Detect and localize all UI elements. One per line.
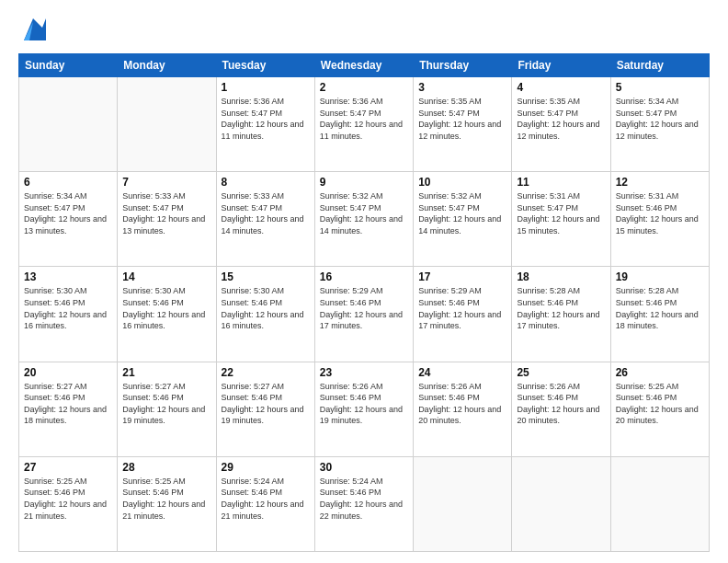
calendar-day-cell: 25Sunrise: 5:26 AM Sunset: 5:46 PM Dayli…: [512, 362, 610, 456]
day-info: Sunrise: 5:26 AM Sunset: 5:46 PM Dayligh…: [517, 381, 605, 427]
day-number: 3: [418, 81, 506, 94]
calendar-day-cell: 18Sunrise: 5:28 AM Sunset: 5:46 PM Dayli…: [512, 267, 610, 362]
day-number: 6: [24, 176, 112, 189]
calendar-week-row: 1Sunrise: 5:36 AM Sunset: 5:47 PM Daylig…: [19, 77, 710, 172]
day-number: 1: [222, 81, 310, 94]
calendar-day-cell: [19, 77, 118, 172]
day-info: Sunrise: 5:27 AM Sunset: 5:46 PM Dayligh…: [122, 381, 210, 427]
day-info: Sunrise: 5:33 AM Sunset: 5:47 PM Dayligh…: [122, 190, 210, 236]
logo: [18, 15, 46, 44]
day-number: 20: [24, 366, 112, 379]
day-info: Sunrise: 5:31 AM Sunset: 5:46 PM Dayligh…: [616, 190, 704, 236]
day-number: 26: [616, 366, 704, 379]
calendar-day-cell: 13Sunrise: 5:30 AM Sunset: 5:46 PM Dayli…: [19, 267, 118, 362]
calendar-day-cell: 12Sunrise: 5:31 AM Sunset: 5:46 PM Dayli…: [610, 172, 709, 267]
day-info: Sunrise: 5:36 AM Sunset: 5:47 PM Dayligh…: [222, 96, 310, 142]
day-number: 2: [320, 81, 408, 94]
day-info: Sunrise: 5:25 AM Sunset: 5:46 PM Dayligh…: [122, 476, 210, 522]
calendar-day-header: Tuesday: [216, 54, 314, 77]
calendar-day-cell: 21Sunrise: 5:27 AM Sunset: 5:46 PM Dayli…: [118, 362, 216, 456]
calendar-day-cell: 14Sunrise: 5:30 AM Sunset: 5:46 PM Dayli…: [118, 267, 216, 362]
day-info: Sunrise: 5:32 AM Sunset: 5:47 PM Dayligh…: [418, 190, 506, 236]
day-number: 23: [320, 366, 408, 379]
day-number: 24: [418, 366, 506, 379]
day-info: Sunrise: 5:36 AM Sunset: 5:47 PM Dayligh…: [320, 96, 408, 142]
calendar-day-cell: 2Sunrise: 5:36 AM Sunset: 5:47 PM Daylig…: [314, 77, 413, 172]
day-number: 29: [222, 461, 310, 474]
day-info: Sunrise: 5:35 AM Sunset: 5:47 PM Dayligh…: [517, 96, 605, 142]
day-number: 12: [616, 176, 704, 189]
day-info: Sunrise: 5:28 AM Sunset: 5:46 PM Dayligh…: [616, 285, 704, 331]
day-info: Sunrise: 5:33 AM Sunset: 5:47 PM Dayligh…: [222, 190, 310, 236]
day-number: 19: [616, 270, 704, 283]
day-number: 21: [122, 366, 210, 379]
day-number: 30: [320, 461, 408, 474]
day-number: 25: [517, 366, 605, 379]
calendar-day-header: Thursday: [414, 54, 512, 77]
calendar-day-cell: 28Sunrise: 5:25 AM Sunset: 5:46 PM Dayli…: [118, 456, 216, 551]
day-number: 18: [517, 270, 605, 283]
day-number: 16: [320, 270, 408, 283]
calendar-day-cell: [414, 456, 512, 551]
day-number: 9: [320, 176, 408, 189]
calendar-day-cell: 26Sunrise: 5:25 AM Sunset: 5:46 PM Dayli…: [610, 362, 709, 456]
calendar-day-cell: 1Sunrise: 5:36 AM Sunset: 5:47 PM Daylig…: [216, 77, 314, 172]
calendar-week-row: 6Sunrise: 5:34 AM Sunset: 5:47 PM Daylig…: [19, 172, 710, 267]
calendar-week-row: 27Sunrise: 5:25 AM Sunset: 5:46 PM Dayli…: [19, 456, 710, 551]
calendar-day-cell: 6Sunrise: 5:34 AM Sunset: 5:47 PM Daylig…: [19, 172, 118, 267]
calendar-table: SundayMondayTuesdayWednesdayThursdayFrid…: [18, 53, 710, 552]
calendar-day-cell: [610, 456, 709, 551]
day-info: Sunrise: 5:30 AM Sunset: 5:46 PM Dayligh…: [122, 285, 210, 331]
calendar-day-cell: 29Sunrise: 5:24 AM Sunset: 5:46 PM Dayli…: [216, 456, 314, 551]
day-number: 15: [222, 270, 310, 283]
day-number: 10: [418, 176, 506, 189]
calendar-day-header: Wednesday: [314, 54, 413, 77]
page-header: [18, 15, 710, 44]
day-info: Sunrise: 5:30 AM Sunset: 5:46 PM Dayligh…: [222, 285, 310, 331]
day-info: Sunrise: 5:25 AM Sunset: 5:46 PM Dayligh…: [616, 381, 704, 427]
day-number: 28: [122, 461, 210, 474]
calendar-day-cell: [512, 456, 610, 551]
day-info: Sunrise: 5:35 AM Sunset: 5:47 PM Dayligh…: [418, 96, 506, 142]
day-number: 13: [24, 270, 112, 283]
calendar-day-header: Friday: [512, 54, 610, 77]
calendar-day-cell: 27Sunrise: 5:25 AM Sunset: 5:46 PM Dayli…: [19, 456, 118, 551]
day-info: Sunrise: 5:31 AM Sunset: 5:47 PM Dayligh…: [517, 190, 605, 236]
calendar-day-cell: 23Sunrise: 5:26 AM Sunset: 5:46 PM Dayli…: [314, 362, 413, 456]
calendar-day-cell: 15Sunrise: 5:30 AM Sunset: 5:46 PM Dayli…: [216, 267, 314, 362]
calendar-day-header: Sunday: [19, 54, 118, 77]
day-info: Sunrise: 5:26 AM Sunset: 5:46 PM Dayligh…: [418, 381, 506, 427]
day-number: 8: [222, 176, 310, 189]
day-info: Sunrise: 5:29 AM Sunset: 5:46 PM Dayligh…: [418, 285, 506, 331]
calendar-day-cell: 9Sunrise: 5:32 AM Sunset: 5:47 PM Daylig…: [314, 172, 413, 267]
calendar-week-row: 20Sunrise: 5:27 AM Sunset: 5:46 PM Dayli…: [19, 362, 710, 456]
calendar-day-cell: 3Sunrise: 5:35 AM Sunset: 5:47 PM Daylig…: [414, 77, 512, 172]
calendar-day-cell: [118, 77, 216, 172]
day-info: Sunrise: 5:26 AM Sunset: 5:46 PM Dayligh…: [320, 381, 408, 427]
calendar-day-cell: 17Sunrise: 5:29 AM Sunset: 5:46 PM Dayli…: [414, 267, 512, 362]
calendar-day-header: Saturday: [610, 54, 709, 77]
calendar-day-cell: 20Sunrise: 5:27 AM Sunset: 5:46 PM Dayli…: [19, 362, 118, 456]
logo-icon: [20, 15, 46, 44]
day-number: 27: [24, 461, 112, 474]
calendar-day-cell: 30Sunrise: 5:24 AM Sunset: 5:46 PM Dayli…: [314, 456, 413, 551]
day-info: Sunrise: 5:32 AM Sunset: 5:47 PM Dayligh…: [320, 190, 408, 236]
day-number: 7: [122, 176, 210, 189]
day-number: 22: [222, 366, 310, 379]
calendar-header-row: SundayMondayTuesdayWednesdayThursdayFrid…: [19, 54, 710, 77]
calendar-day-cell: 22Sunrise: 5:27 AM Sunset: 5:46 PM Dayli…: [216, 362, 314, 456]
day-info: Sunrise: 5:29 AM Sunset: 5:46 PM Dayligh…: [320, 285, 408, 331]
day-info: Sunrise: 5:34 AM Sunset: 5:47 PM Dayligh…: [616, 96, 704, 142]
day-number: 11: [517, 176, 605, 189]
day-info: Sunrise: 5:34 AM Sunset: 5:47 PM Dayligh…: [24, 190, 112, 236]
day-number: 14: [122, 270, 210, 283]
calendar-day-cell: 7Sunrise: 5:33 AM Sunset: 5:47 PM Daylig…: [118, 172, 216, 267]
day-info: Sunrise: 5:30 AM Sunset: 5:46 PM Dayligh…: [24, 285, 112, 331]
calendar-day-cell: 5Sunrise: 5:34 AM Sunset: 5:47 PM Daylig…: [610, 77, 709, 172]
day-number: 17: [418, 270, 506, 283]
calendar-week-row: 13Sunrise: 5:30 AM Sunset: 5:46 PM Dayli…: [19, 267, 710, 362]
calendar-day-cell: 8Sunrise: 5:33 AM Sunset: 5:47 PM Daylig…: [216, 172, 314, 267]
calendar-day-cell: 24Sunrise: 5:26 AM Sunset: 5:46 PM Dayli…: [414, 362, 512, 456]
calendar-day-cell: 16Sunrise: 5:29 AM Sunset: 5:46 PM Dayli…: [314, 267, 413, 362]
calendar-day-header: Monday: [118, 54, 216, 77]
